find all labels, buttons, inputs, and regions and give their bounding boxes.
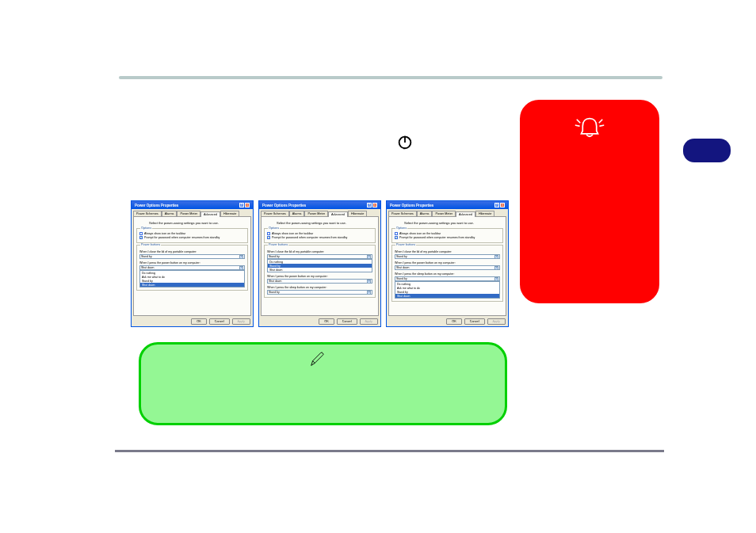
- tab-power-meter[interactable]: Power Meter: [177, 211, 200, 216]
- power-button-select[interactable]: Shut down▾: [395, 265, 500, 270]
- tab-alarms[interactable]: Alarms: [162, 211, 178, 216]
- tab-power-meter[interactable]: Power Meter: [432, 211, 456, 216]
- close-button[interactable]: ×: [245, 203, 250, 207]
- tab-pane: Select the power-saving settings you wan…: [261, 216, 379, 316]
- title-text: Power Options Properties: [135, 204, 178, 207]
- apply-button[interactable]: Apply: [232, 318, 251, 325]
- cancel-button[interactable]: Cancel: [209, 318, 230, 325]
- apply-button[interactable]: Apply: [360, 318, 379, 325]
- tab-power-meter[interactable]: Power Meter: [304, 211, 328, 216]
- tab-pane: Select the power-saving settings you wan…: [133, 216, 251, 316]
- group-title: Power buttons: [268, 243, 288, 246]
- checkbox-taskbar[interactable]: [267, 232, 270, 235]
- help-button[interactable]: ?: [239, 203, 244, 207]
- checkbox-password-label: Prompt for password when computer resume…: [144, 236, 220, 239]
- tab-advanced[interactable]: Advanced: [200, 211, 220, 217]
- group-title: Options: [268, 227, 280, 230]
- cancel-button[interactable]: Cancel: [337, 318, 357, 325]
- power-options-dialog-3: Power Options Properties ? × Power Schem…: [386, 200, 509, 327]
- lid-label: When I close the lid of my portable comp…: [395, 250, 500, 253]
- header-divider: [119, 76, 662, 79]
- svg-line-2: [577, 120, 580, 123]
- option-shutdown[interactable]: Shut down: [395, 294, 499, 298]
- tabstrip: Power Schemes Alarms Power Meter Advance…: [132, 209, 253, 216]
- tab-hibernate[interactable]: Hibernate: [475, 211, 494, 216]
- sleep-button-label: When I press the sleep button on my comp…: [267, 286, 372, 289]
- chevron-down-icon: ▾: [494, 277, 498, 281]
- options-group: Options Always show icon on the taskbar …: [391, 228, 503, 243]
- power-buttons-group: Power buttons When I close the lid of my…: [136, 245, 248, 291]
- tab-power-schemes[interactable]: Power Schemes: [133, 211, 162, 216]
- button-row: OK Cancel Apply: [387, 316, 508, 327]
- apply-button[interactable]: Apply: [487, 318, 506, 325]
- tabstrip: Power Schemes Alarms Power Meter Advance…: [259, 209, 380, 216]
- chevron-down-icon: ▾: [494, 266, 498, 270]
- power-options-dialog-2: Power Options Properties ? × Power Schem…: [258, 200, 381, 327]
- tab-advanced[interactable]: Advanced: [328, 211, 348, 217]
- help-button[interactable]: ?: [367, 203, 372, 207]
- power-buttons-group: Power buttons When I close the lid of my…: [391, 245, 503, 302]
- cancel-button[interactable]: Cancel: [464, 318, 485, 325]
- power-button-select[interactable]: Shut down▾: [267, 279, 372, 284]
- chevron-down-icon: ▾: [367, 291, 371, 295]
- lid-label: When I close the lid of my portable comp…: [139, 250, 245, 253]
- lid-dropdown-list[interactable]: Do nothing Stand by Shut down: [267, 259, 372, 272]
- tab-alarms[interactable]: Alarms: [289, 211, 305, 216]
- sleep-button-select[interactable]: Stand by▾: [267, 290, 372, 295]
- tab-hibernate[interactable]: Hibernate: [348, 211, 367, 216]
- sleep-dropdown-list[interactable]: Do nothing Ask me what to do Stand by Sh…: [395, 281, 500, 299]
- tabstrip: Power Schemes Alarms Power Meter Advance…: [387, 209, 508, 216]
- checkbox-password[interactable]: [267, 236, 270, 239]
- ok-button[interactable]: OK: [446, 318, 462, 325]
- tab-alarms[interactable]: Alarms: [417, 211, 433, 216]
- chevron-down-icon: ▾: [367, 255, 371, 259]
- chevron-down-icon: ▾: [239, 266, 243, 270]
- chevron-down-icon: ▾: [367, 280, 371, 284]
- checkbox-taskbar[interactable]: [395, 232, 398, 235]
- group-title: Power buttons: [395, 243, 416, 246]
- tab-hibernate[interactable]: Hibernate: [220, 211, 239, 216]
- ok-button[interactable]: OK: [319, 318, 334, 325]
- close-button[interactable]: ×: [372, 203, 377, 207]
- tab-power-schemes[interactable]: Power Schemes: [388, 211, 417, 216]
- tab-power-schemes[interactable]: Power Schemes: [261, 211, 289, 216]
- group-title: Options: [140, 227, 152, 230]
- checkbox-password[interactable]: [139, 236, 143, 239]
- title-text: Power Options Properties: [390, 204, 433, 207]
- help-button[interactable]: ?: [494, 203, 499, 207]
- tab-pane: Select the power-saving settings you wan…: [388, 216, 506, 316]
- lid-select[interactable]: Stand by▾: [139, 254, 245, 259]
- options-group: Options Always show icon on the taskbar …: [264, 228, 376, 243]
- blue-side-tab: [683, 139, 731, 162]
- title-text: Power Options Properties: [262, 204, 306, 207]
- svg-line-6: [313, 361, 315, 364]
- checkbox-taskbar[interactable]: [139, 232, 143, 235]
- power-buttons-group: Power buttons When I close the lid of my…: [264, 245, 376, 298]
- titlebar: Power Options Properties ? ×: [259, 201, 380, 209]
- group-title: Power buttons: [140, 243, 161, 246]
- tab-advanced[interactable]: Advanced: [456, 211, 475, 217]
- checkbox-password-label: Prompt for password when computer resume…: [272, 236, 347, 239]
- sleep-button-label: When I press the sleep button on my comp…: [395, 272, 500, 276]
- svg-line-4: [599, 120, 602, 123]
- checkbox-taskbar-label: Always show icon on the taskbar: [272, 232, 313, 235]
- power-dropdown-list[interactable]: Do nothing Ask me what to do Stand by Sh…: [139, 270, 245, 287]
- lid-label: When I close the lid of my portable comp…: [267, 250, 372, 253]
- options-group: Options Always show icon on the taskbar …: [136, 228, 248, 243]
- checkbox-taskbar-label: Always show icon on the taskbar: [144, 232, 185, 235]
- checkbox-taskbar-label: Always show icon on the taskbar: [399, 232, 441, 235]
- svg-line-3: [576, 125, 579, 126]
- note-callout: [139, 342, 507, 425]
- power-button-label: When I press the power button on my comp…: [267, 275, 372, 278]
- footer-divider: [115, 450, 664, 452]
- checkbox-password[interactable]: [395, 236, 398, 239]
- instruction-text: Select the power-saving settings you wan…: [404, 221, 503, 225]
- close-button[interactable]: ×: [500, 203, 505, 207]
- pen-icon: [310, 351, 324, 367]
- option-shutdown[interactable]: Shut down: [140, 283, 244, 287]
- titlebar: Power Options Properties ? ×: [132, 201, 253, 209]
- lid-select[interactable]: Stand by▾: [395, 254, 500, 259]
- ok-button[interactable]: OK: [191, 318, 207, 325]
- power-options-dialog-1: Power Options Properties ? × Power Schem…: [131, 200, 254, 327]
- option-shutdown[interactable]: Shut down: [268, 268, 372, 272]
